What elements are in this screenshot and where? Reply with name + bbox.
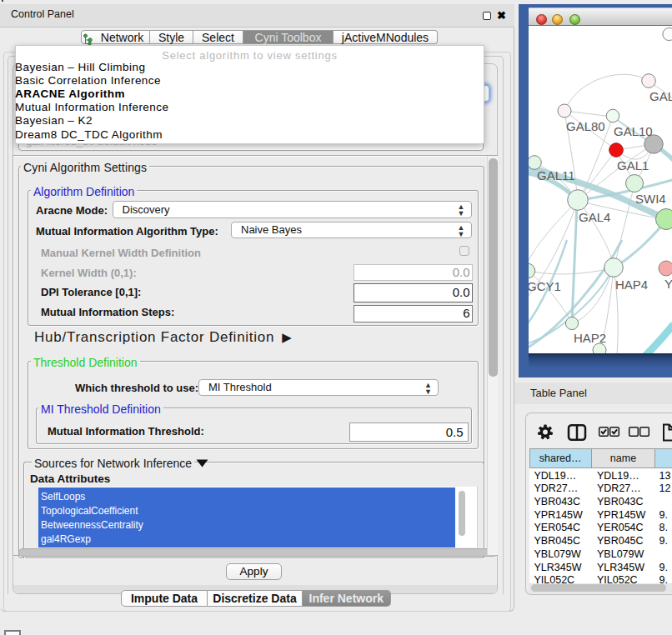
svg-text:GAL10: GAL10 xyxy=(614,124,653,138)
svg-text:HAP2: HAP2 xyxy=(574,331,606,345)
svg-text:GCY1: GCY1 xyxy=(529,279,561,293)
svg-text:GAL11: GAL11 xyxy=(537,168,575,182)
svg-text:Y: Y xyxy=(664,277,672,291)
svg-text:HAP4: HAP4 xyxy=(615,278,648,292)
svg-text:GAL4: GAL4 xyxy=(579,210,610,224)
svg-text:GAL80: GAL80 xyxy=(566,119,605,133)
svg-text:GAL1: GAL1 xyxy=(617,158,649,172)
svg-text:SWI4: SWI4 xyxy=(635,192,666,206)
svg-text:GAL: GAL xyxy=(649,89,672,103)
